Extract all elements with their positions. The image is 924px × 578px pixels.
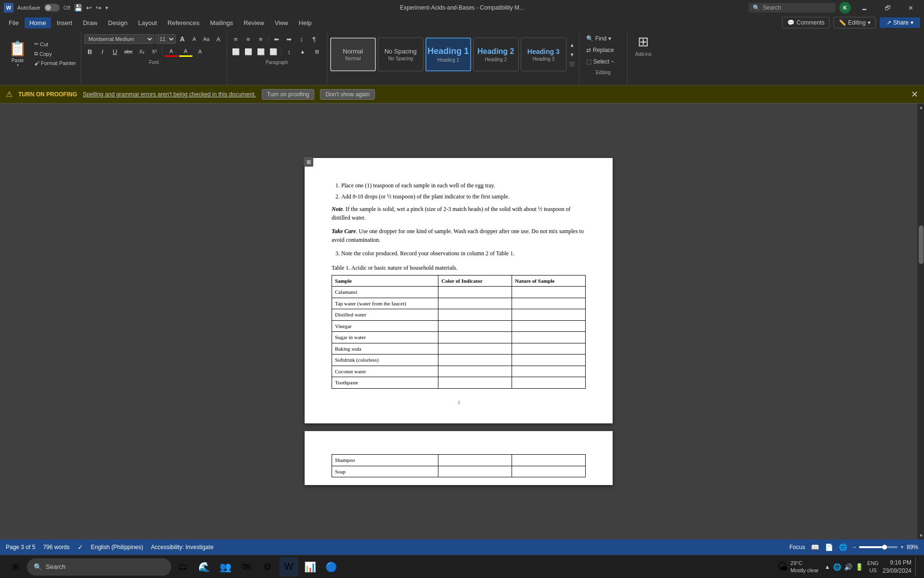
- cut-button[interactable]: ✂ Cut: [32, 40, 78, 48]
- zoom-level[interactable]: 89%: [907, 544, 918, 551]
- clock[interactable]: 9:16 PM 23/09/2024: [883, 559, 911, 575]
- scroll-thumb[interactable]: [919, 225, 924, 264]
- font-clear-button[interactable]: A: [213, 34, 224, 44]
- tray-battery-icon[interactable]: 🔋: [855, 563, 863, 571]
- close-button[interactable]: ✕: [901, 0, 920, 15]
- style-normal-button[interactable]: Normal Normal: [330, 38, 376, 71]
- sort-button[interactable]: ↕: [296, 34, 308, 44]
- align-right-button[interactable]: ⬜: [255, 46, 267, 57]
- underline-button[interactable]: U: [109, 46, 121, 57]
- taskbar-icon-teams[interactable]: 👥: [216, 557, 235, 577]
- word-count[interactable]: 796 words: [43, 544, 69, 551]
- proofing-close-button[interactable]: ✕: [911, 89, 918, 100]
- zoom-minus-button[interactable]: −: [853, 544, 856, 551]
- menu-file[interactable]: File: [4, 17, 24, 28]
- style-nospacing-button[interactable]: No Spacing No Spacing: [378, 38, 424, 71]
- font-shrink-button[interactable]: A: [189, 34, 200, 44]
- accessibility-status[interactable]: Accessibility: Investigate: [151, 544, 214, 551]
- menu-review[interactable]: Review: [239, 17, 269, 28]
- menu-insert[interactable]: Insert: [52, 17, 77, 28]
- menu-mailings[interactable]: Mailings: [205, 17, 238, 28]
- taskbar-icon-explorer[interactable]: 🗂: [173, 557, 192, 577]
- scroll-up-arrow[interactable]: ▲: [918, 104, 924, 111]
- avatar[interactable]: K: [839, 2, 851, 13]
- menu-draw[interactable]: Draw: [78, 17, 102, 28]
- show-marks-button[interactable]: ¶: [308, 34, 320, 44]
- justify-button[interactable]: ⬜: [268, 46, 279, 57]
- taskbar-icon-edge[interactable]: 🌊: [194, 557, 214, 577]
- read-mode-button[interactable]: 📖: [811, 543, 819, 551]
- language[interactable]: English (Philippines): [91, 544, 143, 551]
- paste-button[interactable]: 📋 Paste ▾: [5, 38, 30, 69]
- highlight-color-button[interactable]: A: [179, 46, 192, 57]
- taskbar-icon-word[interactable]: W: [279, 557, 298, 577]
- align-left-button[interactable]: ⬜: [230, 46, 242, 57]
- turn-on-proofing-button[interactable]: Turn on proofing: [262, 89, 315, 100]
- taskbar-icon-store[interactable]: 🛍: [237, 557, 256, 577]
- weather-widget[interactable]: 🌤 29°C Mostly clear: [773, 558, 823, 576]
- styles-expand[interactable]: ⬛: [568, 60, 576, 68]
- undo-button[interactable]: ↩: [86, 4, 92, 12]
- bold-button[interactable]: B: [84, 46, 96, 57]
- bullets-button[interactable]: ≡: [230, 34, 242, 44]
- document-area[interactable]: ⊞ Place one (1) teaspoon of each sample …: [0, 104, 917, 539]
- show-desktop-button[interactable]: [915, 557, 918, 577]
- multilevel-button[interactable]: ≡: [255, 34, 267, 44]
- tray-network-icon[interactable]: 🌐: [833, 563, 841, 571]
- scroll-down-arrow[interactable]: ▼: [918, 532, 924, 539]
- select-button[interactable]: ⬚ Select ~: [583, 57, 623, 66]
- dont-show-again-button[interactable]: Don't show again: [320, 89, 375, 100]
- font-grow-button[interactable]: A: [177, 34, 188, 44]
- tray-up-icon[interactable]: ▲: [824, 564, 830, 570]
- style-heading2-button[interactable]: Heading 2 Heading 2: [473, 38, 519, 71]
- menu-home[interactable]: Home: [25, 17, 51, 28]
- minimize-button[interactable]: 🗕: [855, 0, 874, 15]
- increase-indent-button[interactable]: ➡: [283, 34, 295, 44]
- share-button[interactable]: ↗ Share ▾: [880, 17, 920, 28]
- line-spacing-button[interactable]: ↕: [283, 46, 295, 57]
- taskbar-icon-powerpoint[interactable]: 📊: [300, 557, 320, 577]
- menu-references[interactable]: References: [163, 17, 204, 28]
- zoom-slider[interactable]: [859, 546, 898, 548]
- addins-button[interactable]: ⊞: [638, 34, 649, 50]
- menu-help[interactable]: Help: [294, 17, 317, 28]
- print-layout-button[interactable]: 📄: [825, 543, 833, 551]
- copy-button[interactable]: ⧉ Copy: [32, 50, 78, 58]
- font-color-button[interactable]: A: [165, 46, 178, 57]
- taskbar-icon-apps[interactable]: ⚙: [258, 557, 277, 577]
- customize-button[interactable]: ▾: [105, 5, 108, 11]
- maximize-button[interactable]: 🗗: [878, 0, 897, 15]
- page-handle[interactable]: ⊞: [304, 157, 313, 167]
- subscript-button[interactable]: X₂: [136, 46, 148, 57]
- style-heading3-button[interactable]: Heading 3 Heading 3: [521, 38, 566, 71]
- scrollbar[interactable]: ▲ ▼: [917, 104, 924, 539]
- strikethrough-button[interactable]: abc: [122, 46, 135, 57]
- page-status[interactable]: Page 3 of 5: [6, 544, 35, 551]
- numbering-button[interactable]: ≡: [243, 34, 254, 44]
- autosave-toggle[interactable]: [44, 4, 60, 12]
- font-size-select[interactable]: 11: [155, 34, 176, 44]
- format-painter-button[interactable]: 🖌 Format Painter: [32, 59, 78, 67]
- zoom-plus-button[interactable]: +: [900, 544, 904, 551]
- shading-button[interactable]: ▲: [296, 46, 309, 57]
- start-button[interactable]: ⊞: [6, 557, 25, 577]
- font-name-select[interactable]: Montserrat Medium: [84, 34, 154, 44]
- superscript-button[interactable]: X²: [149, 46, 160, 57]
- tray-volume-icon[interactable]: 🔊: [844, 563, 852, 571]
- focus-button[interactable]: Focus: [789, 544, 805, 551]
- language-indicator[interactable]: ENG US: [867, 560, 879, 574]
- redo-button[interactable]: ↪: [96, 4, 102, 12]
- menu-layout[interactable]: Layout: [133, 17, 162, 28]
- font-case-button[interactable]: Aa: [201, 34, 212, 44]
- menu-view[interactable]: View: [270, 17, 293, 28]
- borders-button[interactable]: ⊞: [310, 46, 324, 57]
- web-layout-button[interactable]: 🌐: [839, 543, 847, 551]
- styles-scroll-up[interactable]: ▲: [568, 41, 576, 49]
- menu-design[interactable]: Design: [103, 17, 132, 28]
- decrease-indent-button[interactable]: ⬅: [271, 34, 282, 44]
- comments-button[interactable]: 💬 Comments: [782, 17, 830, 28]
- taskbar-search[interactable]: 🔍 Search: [27, 558, 171, 576]
- styles-scroll-down[interactable]: ▼: [568, 51, 576, 58]
- find-button[interactable]: 🔍 Find ▾: [583, 34, 623, 43]
- text-effects-button[interactable]: A: [193, 46, 207, 57]
